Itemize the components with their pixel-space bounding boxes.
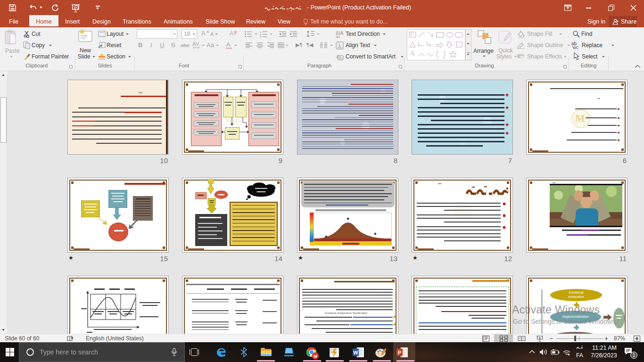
svg-text:A: A	[340, 31, 344, 36]
svg-text:ac: ac	[573, 45, 578, 49]
svg-text:W: W	[353, 350, 358, 355]
svg-text:A: A	[230, 30, 233, 37]
svg-text:M: M	[314, 354, 317, 359]
svg-text:3: 3	[260, 36, 261, 38]
svg-text:P: P	[398, 350, 401, 355]
